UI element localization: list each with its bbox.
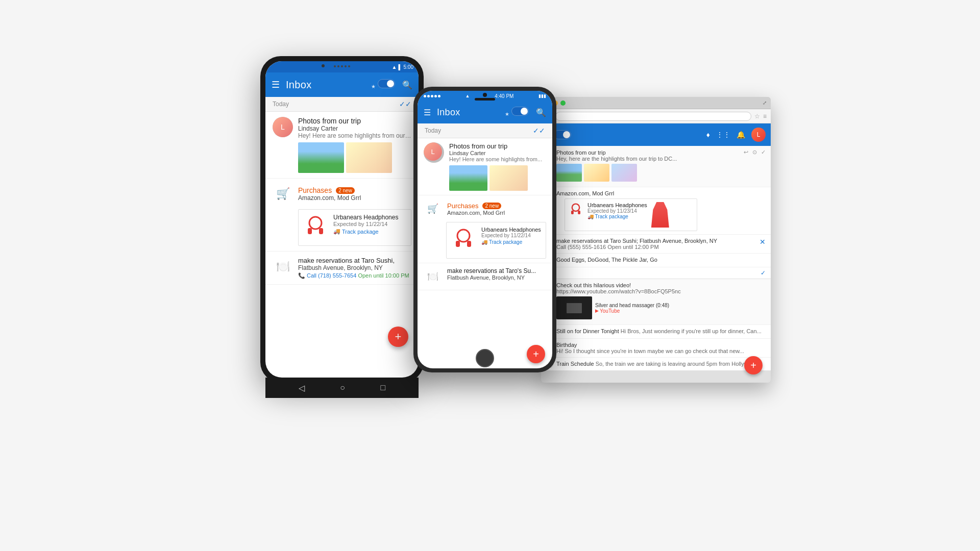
iphone-toolbar-title: Inbox (437, 107, 499, 118)
home-button[interactable]: ○ (340, 383, 345, 392)
product-card-headphones[interactable]: Urbanears Headphones Expected by 11/22/1… (298, 209, 411, 246)
check-icon[interactable]: ✓ (761, 149, 766, 156)
iphone-track-link[interactable]: 🚚 Track package (481, 239, 542, 245)
menu-dots[interactable]: ≡ (763, 113, 767, 120)
video-title: Silver and head massager (0:48) (595, 303, 669, 308)
iphone-truck-icon: 🚚 (481, 239, 487, 245)
section-header-today: Today ✓✓ (265, 97, 419, 112)
today-label: Today (273, 101, 289, 108)
iphone-product-card[interactable]: Urbanears Headphones Expected by 11/22/1… (446, 222, 546, 259)
desktop-photo-food (584, 164, 609, 182)
menu-icon[interactable]: ☰ (272, 79, 280, 90)
email-subject: Photos from our trip (298, 117, 411, 125)
bookmark-star[interactable]: ☆ (754, 113, 760, 120)
mark-done-icon[interactable]: ✓✓ (399, 100, 411, 108)
fab-button[interactable]: + (388, 327, 408, 347)
iphone-cart-icon: 🛒 (424, 199, 442, 218)
truck-icon: 🚚 (333, 228, 340, 235)
desktop-nav-bar: ‹ › ☆ ≡ (541, 109, 771, 123)
restaurant-item[interactable]: 🍽️ make reservations at Taro Sushi, Flat… (265, 252, 419, 285)
iphone-fab-button[interactable]: + (527, 345, 545, 363)
bundle-title: Purchases 2 new Amazon.com, Mod Grrl (298, 186, 411, 202)
iphone-bundle-purchases[interactable]: 🛒 Purchases 2 new Amazon.com, Mod Grrl (418, 195, 552, 263)
desktop-product-card[interactable]: Urbanears Headphones Expected by 11/23/1… (565, 198, 697, 231)
desktop-email-birthday[interactable]: Birthday Hi! So I thought since you're i… (541, 339, 771, 358)
product-name: Urbanears Headphones (333, 214, 407, 221)
desktop-grid-icon[interactable]: ⋮⋮ (716, 131, 730, 139)
desktop-sender-purchases: Amazon.com, Mod Grrl (556, 190, 614, 196)
desktop-email-photos[interactable]: Photos from our trip ↩ ⊙ ✓ Hey, here are… (541, 146, 771, 187)
signal-icon: ▌ (398, 64, 402, 70)
toggle-icon-iphone[interactable]: ★ (505, 107, 529, 118)
url-bar[interactable] (555, 112, 751, 121)
android-nav-bar: ◁ ○ □ (265, 378, 419, 398)
toolbar-icons: ★ 🔍 (371, 79, 412, 90)
carrier-dots (424, 95, 440, 97)
wifi-status: ▲ (465, 93, 470, 98)
iphone-toolbar: ☰ Inbox ★ 🔍 (418, 101, 552, 123)
track-package-link[interactable]: 🚚 Track package (333, 228, 407, 235)
desktop-email-taro[interactable]: make reservations at Taro Sushi; Flatbus… (541, 235, 771, 254)
back-button[interactable]: ◁ (299, 383, 305, 393)
recents-button[interactable]: □ (381, 383, 386, 392)
desktop-sender-goodeggs: Good Eggs, DoGood, The Pickle Jar, Go (556, 257, 657, 263)
photo-thumb-food (346, 142, 392, 173)
desktop-email-video[interactable]: Check out this hilarious video! https://… (541, 279, 771, 325)
desktop-preview-video: https://www.youtube.com/watch?v=8BocFQ5P… (556, 288, 766, 294)
desktop-avatar[interactable]: L (751, 128, 766, 142)
email-item-photos[interactable]: L Photos from our trip Lindsay Carter He… (265, 112, 419, 179)
desktop-bundle-toggle[interactable] (554, 130, 571, 139)
desktop-email-train[interactable]: Train Schedule So, the train we are taki… (541, 358, 771, 370)
iphone-restaurant[interactable]: 🍽️ make reservations at Taro's Su... Fla… (418, 263, 552, 290)
desktop-email-goodeggs[interactable]: Good Eggs, DoGood, The Pickle Jar, Go (541, 254, 771, 267)
win-maximize[interactable] (560, 101, 566, 106)
desktop-preview-birthday: Hi! So I thought since you're in town ma… (556, 348, 744, 354)
search-icon[interactable]: 🔍 (402, 80, 412, 90)
desktop-bell-icon[interactable]: 🔔 (737, 131, 745, 139)
bundle-purchases[interactable]: 🛒 Purchases 2 new Amazon.com, Mod Grrl (265, 179, 419, 252)
iphone-photo-river (449, 165, 487, 191)
svg-rect-7 (571, 211, 574, 214)
iphone-home-button[interactable] (476, 349, 494, 367)
bundle-senders: Amazon.com, Mod Grrl (298, 194, 411, 202)
avatar-lindsay: L (273, 117, 293, 137)
desktop-email-list: Photos from our trip ↩ ⊙ ✓ Hey, here are… (541, 146, 771, 370)
iphone-bundle-toggle[interactable] (511, 107, 529, 116)
iphone-today-label: Today (425, 127, 441, 134)
desktop-dress-img (651, 202, 669, 228)
desktop-email-info-train: Train Schedule So, the train we are taki… (556, 361, 766, 367)
iphone-headphones-img (451, 227, 476, 254)
email-from: Lindsay Carter (298, 125, 411, 132)
bundle-toggle[interactable] (378, 79, 395, 88)
desktop-fab-button[interactable]: + (744, 356, 763, 374)
svg-rect-1 (308, 228, 312, 234)
toggle-icon[interactable]: ★ (371, 79, 395, 90)
restaurant-info: make reservations at Taro Sushi, Flatbus… (298, 257, 411, 279)
archive-icon[interactable]: ⊙ (752, 149, 757, 156)
desktop-bookmark-icon[interactable]: ♦ (706, 131, 710, 139)
desktop-email-purchases[interactable]: Amazon.com, Mod Grrl Urbanears Headphone… (541, 187, 771, 235)
call-link[interactable]: 📞 Call (718) 555-7654 Open until 10:00 P… (298, 272, 411, 279)
iphone-restaurant-icon: 🍽️ (424, 267, 442, 286)
desktop-track-link[interactable]: 🚚 Track package (587, 214, 647, 219)
dismiss-taro[interactable]: ✕ (760, 238, 766, 246)
search-icon-iphone[interactable]: 🔍 (536, 108, 546, 117)
desktop-email-dinner[interactable]: Still on for Dinner Tonight Hi Bros, Jus… (541, 325, 771, 339)
menu-icon-iphone[interactable]: ☰ (424, 108, 431, 117)
desktop-email-info-purchases: Amazon.com, Mod Grrl Urbanears Headphone… (556, 190, 766, 231)
reply-icon[interactable]: ↩ (744, 149, 748, 156)
maximize-icon[interactable]: ⤢ (763, 100, 767, 106)
video-info: Silver and head massager (0:48) ▶ YouTub… (595, 303, 669, 314)
youtube-icon: ▶ (595, 308, 599, 313)
iphone-email-from: Lindsay Carter (449, 150, 546, 156)
youtube-label: ▶ YouTube (595, 308, 669, 314)
iphone-section-header: Today ✓✓ (418, 123, 552, 138)
iphone-new-badge: 2 new (482, 203, 501, 209)
iphone-toolbar-icons: ★ 🔍 (505, 107, 546, 118)
iphone-mark-done[interactable]: ✓✓ (533, 127, 545, 135)
iphone-bundle-senders: Amazon.com, Mod Grrl (447, 210, 546, 216)
iphone-bundle-name: Purchases 2 new (447, 202, 546, 210)
email-content-photos: Photos from our trip Lindsay Carter Hey!… (298, 117, 411, 173)
desktop-sender-photos: Photos from our trip (556, 149, 606, 156)
iphone-email-photos[interactable]: L Photos from our trip Lindsay Carter He… (418, 138, 552, 195)
